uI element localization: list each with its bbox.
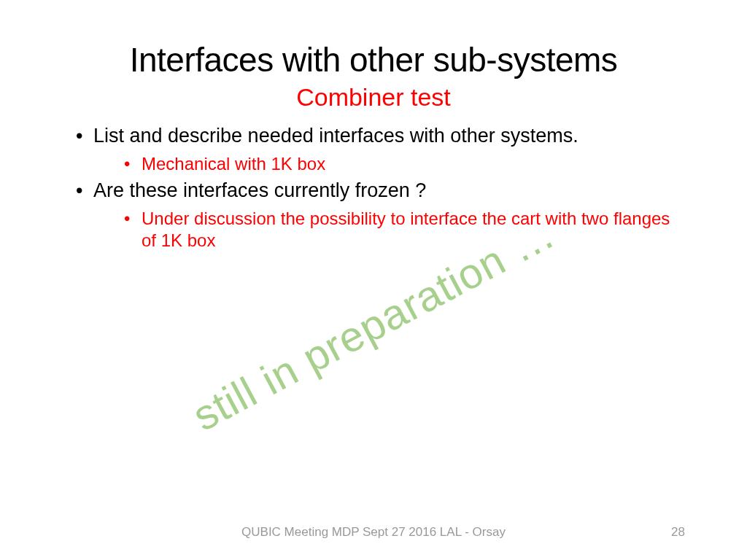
bullet-text: Are these interfaces currently frozen ? — [93, 179, 426, 201]
bullet-list: List and describe needed interfaces with… — [73, 125, 689, 252]
slide-content: List and describe needed interfaces with… — [58, 125, 689, 252]
sub-bullet-list: Under discussion the possibility to inte… — [124, 208, 689, 252]
bullet-item-2: Are these interfaces currently frozen ? … — [73, 179, 689, 252]
footer-text: QUBIC Meeting MDP Sept 27 2016 LAL - Ors… — [241, 525, 506, 540]
slide-container: Interfaces with other sub-systems Combin… — [0, 0, 747, 560]
bullet-text: List and describe needed interfaces with… — [93, 125, 578, 147]
page-number: 28 — [671, 525, 685, 540]
slide-title: Interfaces with other sub-systems — [58, 40, 689, 79]
sub-bullet-item: Under discussion the possibility to inte… — [124, 208, 689, 252]
sub-bullet-list: Mechanical with 1K box — [124, 153, 689, 175]
bullet-item-1: List and describe needed interfaces with… — [73, 125, 689, 175]
slide-footer: QUBIC Meeting MDP Sept 27 2016 LAL - Ors… — [0, 525, 747, 540]
sub-bullet-item: Mechanical with 1K box — [124, 153, 689, 175]
slide-subtitle: Combiner test — [58, 83, 689, 112]
